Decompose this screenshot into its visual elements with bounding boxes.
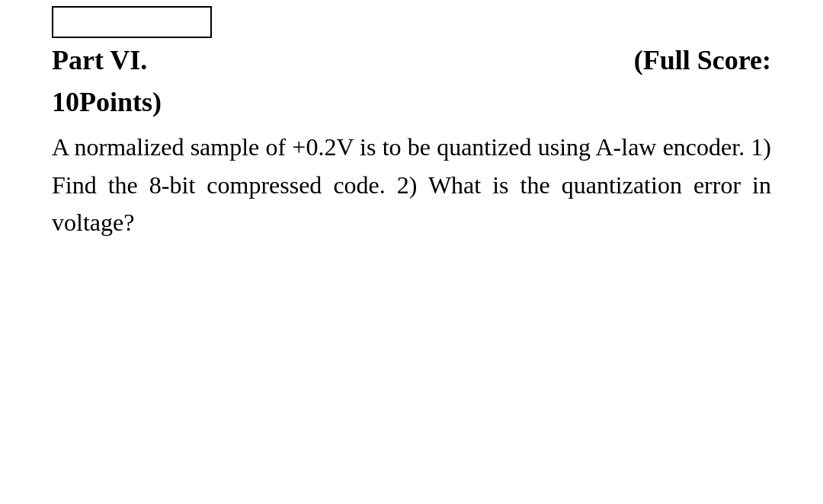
answer-box[interactable]: [52, 6, 212, 38]
part-header: Part VI. (Full Score:: [52, 44, 771, 77]
page-container: Part VI. (Full Score: 10Points) A normal…: [0, 6, 823, 504]
question-text: A normalized sample of +0.2V is to be qu…: [52, 129, 771, 242]
part-score: (Full Score:: [634, 44, 771, 77]
part-points: 10Points): [52, 87, 162, 117]
part-title: Part VI.: [52, 44, 147, 77]
part-points-line: 10Points): [52, 86, 771, 118]
question-body: A normalized sample of +0.2V is to be qu…: [52, 133, 771, 236]
